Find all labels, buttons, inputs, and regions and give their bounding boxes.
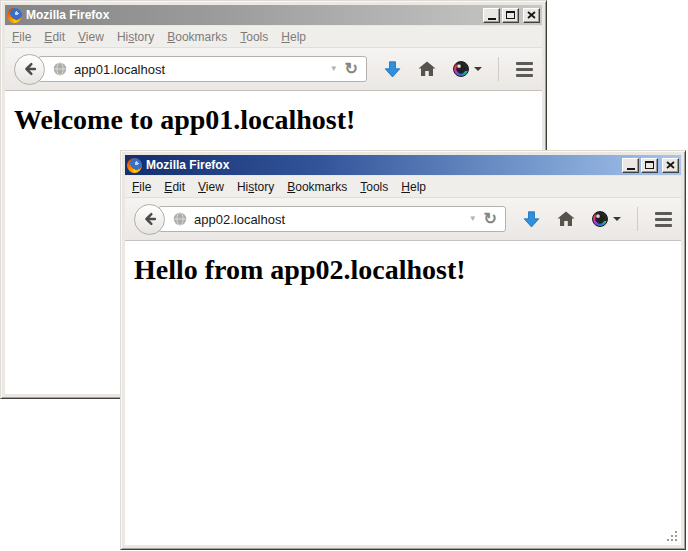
close-button[interactable] bbox=[662, 158, 679, 173]
menu-button[interactable] bbox=[655, 212, 672, 227]
maximize-button[interactable] bbox=[502, 8, 519, 23]
close-icon bbox=[527, 11, 536, 19]
menu-bar: FileEditViewHistoryBookmarksToolsHelp bbox=[125, 176, 681, 198]
home-icon bbox=[418, 61, 436, 77]
titlebar[interactable]: Mozilla Firefox bbox=[125, 155, 681, 175]
chevron-down-icon bbox=[613, 217, 621, 221]
menu-item-file[interactable]: File bbox=[12, 30, 31, 44]
menu-item-view[interactable]: View bbox=[78, 30, 104, 44]
menu-item-history[interactable]: History bbox=[237, 180, 274, 194]
home-button[interactable] bbox=[557, 211, 575, 227]
menu-bar: FileEditViewHistoryBookmarksToolsHelp bbox=[5, 26, 542, 48]
minimize-button[interactable] bbox=[483, 8, 500, 23]
back-button[interactable] bbox=[14, 54, 45, 85]
resize-grip-icon[interactable] bbox=[666, 530, 679, 543]
download-icon bbox=[384, 61, 401, 78]
toolbar-separator bbox=[498, 57, 499, 81]
extension-button[interactable] bbox=[453, 61, 482, 77]
home-icon bbox=[557, 211, 575, 227]
menu-item-view[interactable]: View bbox=[198, 180, 224, 194]
window-title: Mozilla Firefox bbox=[146, 158, 618, 172]
firefox-window-app02[interactable]: Mozilla Firefox FileEditViewHistoryBookm… bbox=[120, 150, 686, 550]
download-button[interactable] bbox=[523, 211, 540, 228]
color-wheel-icon bbox=[592, 211, 608, 227]
hamburger-icon bbox=[516, 62, 533, 77]
hamburger-icon bbox=[655, 212, 672, 227]
menu-item-tools[interactable]: Tools bbox=[240, 30, 268, 44]
url-bar[interactable]: app02.localhost ▼ ↻ bbox=[158, 206, 506, 232]
minimize-button[interactable] bbox=[622, 158, 639, 173]
reload-button[interactable]: ↻ bbox=[345, 61, 358, 77]
titlebar[interactable]: Mozilla Firefox bbox=[5, 5, 542, 25]
page-heading: Welcome to app01.localhost! bbox=[14, 104, 542, 136]
urlbar-dropdown-icon[interactable]: ▼ bbox=[469, 215, 477, 223]
url-bar[interactable]: app01.localhost ▼ ↻ bbox=[38, 56, 367, 82]
page-heading: Hello from app02.localhost! bbox=[134, 254, 681, 286]
color-wheel-icon bbox=[453, 61, 469, 77]
back-arrow-icon bbox=[142, 211, 158, 227]
menu-item-tools[interactable]: Tools bbox=[360, 180, 388, 194]
back-arrow-icon bbox=[22, 61, 38, 77]
menu-item-history[interactable]: History bbox=[117, 30, 154, 44]
menu-item-edit[interactable]: Edit bbox=[164, 180, 185, 194]
maximize-icon bbox=[506, 11, 515, 19]
extension-button[interactable] bbox=[592, 211, 621, 227]
back-button[interactable] bbox=[134, 204, 165, 235]
menu-item-help[interactable]: Help bbox=[401, 180, 426, 194]
url-text[interactable]: app01.localhost bbox=[74, 62, 323, 77]
menu-item-help[interactable]: Help bbox=[281, 30, 306, 44]
menu-item-edit[interactable]: Edit bbox=[44, 30, 65, 44]
url-text[interactable]: app02.localhost bbox=[194, 212, 462, 227]
navigation-toolbar: app01.localhost ▼ ↻ bbox=[5, 48, 542, 91]
toolbar-separator bbox=[637, 207, 638, 231]
home-button[interactable] bbox=[418, 61, 436, 77]
menu-item-bookmarks[interactable]: Bookmarks bbox=[287, 180, 347, 194]
download-button[interactable] bbox=[384, 61, 401, 78]
page-content: Hello from app02.localhost! bbox=[125, 241, 681, 545]
window-title: Mozilla Firefox bbox=[26, 8, 479, 22]
caption-buttons bbox=[622, 158, 679, 173]
maximize-icon bbox=[645, 161, 654, 169]
firefox-icon bbox=[7, 8, 22, 23]
chevron-down-icon bbox=[474, 67, 482, 71]
firefox-icon bbox=[127, 158, 142, 173]
close-button[interactable] bbox=[523, 8, 540, 23]
urlbar-dropdown-icon[interactable]: ▼ bbox=[330, 65, 338, 73]
menu-item-file[interactable]: File bbox=[132, 180, 151, 194]
caption-buttons bbox=[483, 8, 540, 23]
menu-item-bookmarks[interactable]: Bookmarks bbox=[167, 30, 227, 44]
download-icon bbox=[523, 211, 540, 228]
minimize-icon bbox=[488, 18, 496, 20]
reload-button[interactable]: ↻ bbox=[484, 211, 497, 227]
globe-icon bbox=[173, 212, 187, 226]
navigation-toolbar: app02.localhost ▼ ↻ bbox=[125, 198, 681, 241]
globe-icon bbox=[53, 62, 67, 76]
close-icon bbox=[666, 161, 675, 169]
menu-button[interactable] bbox=[516, 62, 533, 77]
maximize-button[interactable] bbox=[641, 158, 658, 173]
minimize-icon bbox=[627, 168, 635, 170]
